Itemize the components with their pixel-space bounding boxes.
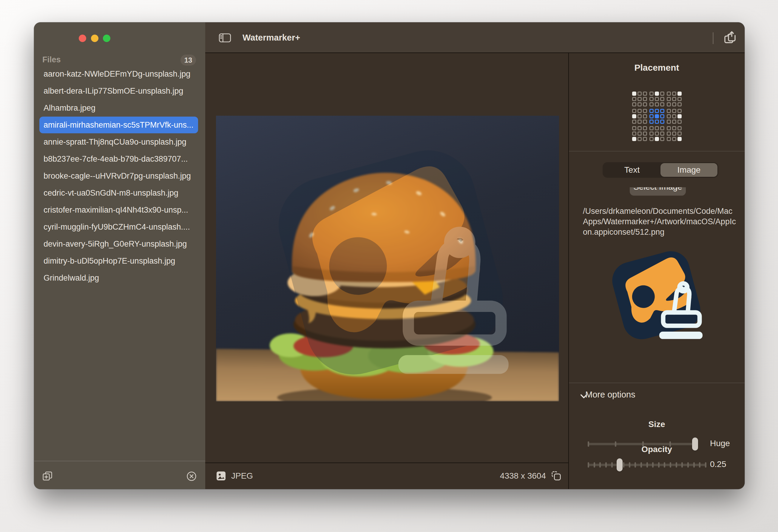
placement-cell-6-6[interactable] [667,126,671,130]
placement-cell-3-4[interactable] [655,109,659,113]
placement-cell-0-2[interactable] [643,92,647,96]
placement-cell-0-1[interactable] [637,92,642,96]
placement-cell-2-3[interactable] [649,102,653,106]
placement-cell-5-3[interactable] [649,119,653,124]
close-window-button[interactable] [79,34,86,42]
placement-cell-4-1[interactable] [637,114,642,118]
placement-cell-3-2[interactable] [643,109,647,113]
placement-cell-7-8[interactable] [678,131,682,136]
list-item[interactable]: Grindelwald.jpg [40,270,198,286]
placement-cell-7-5[interactable] [660,131,664,136]
share-export-icon[interactable] [722,30,738,46]
list-item[interactable]: albert-dera-ILip77SbmOE-unsplash.jpg [40,83,198,99]
select-image-button[interactable]: Select Image [630,187,686,196]
placement-cell-5-4[interactable] [655,119,659,124]
list-item[interactable]: cyril-mugglin-fyU9bCZHmC4-unsplash.... [40,218,198,235]
placement-cell-1-0[interactable] [632,97,636,101]
placement-cell-2-6[interactable] [667,102,671,106]
placement-cell-7-7[interactable] [672,131,676,136]
placement-cell-2-5[interactable] [660,102,664,106]
tab-text[interactable]: Text [604,163,660,177]
placement-cell-0-4[interactable] [655,92,659,96]
placement-cell-7-4[interactable] [655,131,659,136]
placement-cell-4-6[interactable] [667,114,671,118]
placement-cell-1-8[interactable] [678,97,682,101]
placement-cell-6-5[interactable] [660,126,664,130]
list-item[interactable]: devin-avery-5iRgh_G0eRY-unsplash.jpg [40,236,198,252]
placement-cell-4-8[interactable] [678,114,682,118]
placement-cell-2-1[interactable] [637,102,642,106]
placement-cell-3-8[interactable] [678,109,682,113]
placement-cell-5-0[interactable] [632,119,636,124]
placement-cell-8-1[interactable] [637,137,642,141]
placement-cell-4-2[interactable] [643,114,647,118]
placement-cell-1-6[interactable] [667,97,671,101]
placement-cell-8-2[interactable] [643,137,647,141]
placement-cell-2-2[interactable] [643,102,647,106]
placement-cell-4-3[interactable] [649,114,653,118]
placement-cell-8-0[interactable] [632,137,636,141]
placement-cell-2-4[interactable] [655,102,659,106]
placement-cell-0-7[interactable] [672,92,676,96]
placement-cell-7-3[interactable] [649,131,653,136]
placement-cell-1-1[interactable] [637,97,642,101]
placement-cell-1-5[interactable] [660,97,664,101]
placement-cell-1-4[interactable] [655,97,659,101]
placement-cell-4-4[interactable] [655,114,659,118]
list-item[interactable]: cedric-vt-ua0SnGdN-m8-unsplash.jpg [40,185,198,201]
placement-cell-5-7[interactable] [672,119,676,124]
placement-cell-6-4[interactable] [655,126,659,130]
placement-cell-8-4[interactable] [655,137,659,141]
opacity-slider-thumb[interactable] [617,458,623,471]
placement-cell-3-6[interactable] [667,109,671,113]
placement-cell-3-5[interactable] [660,109,664,113]
placement-cell-6-7[interactable] [672,126,676,130]
list-item[interactable]: brooke-cagle--uHVRvDr7pg-unsplash.jpg [40,168,198,184]
placement-cell-0-5[interactable] [660,92,664,96]
placement-cell-5-1[interactable] [637,119,642,124]
list-item[interactable]: dimitry-b-uDl5opHop7E-unsplash.jpg [40,253,198,269]
placement-cell-0-8[interactable] [678,92,682,96]
more-options-toggle[interactable]: More options [585,390,635,400]
placement-cell-8-7[interactable] [672,137,676,141]
minimize-window-button[interactable] [91,34,98,42]
placement-cell-6-0[interactable] [632,126,636,130]
list-item[interactable]: annie-spratt-Thj8nqCUa9o-unsplash.jpg [40,134,198,150]
placement-cell-3-0[interactable] [632,109,636,113]
placement-cell-5-8[interactable] [678,119,682,124]
placement-cell-7-2[interactable] [643,131,647,136]
placement-cell-8-8[interactable] [678,137,682,141]
placement-cell-1-2[interactable] [643,97,647,101]
placement-cell-4-5[interactable] [660,114,664,118]
placement-cell-2-7[interactable] [672,102,676,106]
tab-image[interactable]: Image [660,163,717,177]
add-files-icon[interactable] [42,470,53,482]
placement-cell-6-8[interactable] [678,126,682,130]
list-item[interactable]: b8b237ee-7cfe-4eab-b79b-dac389707... [40,151,198,167]
list-item[interactable]: aaron-katz-NWleDEFmYDg-unsplash.jpg [40,66,198,82]
placement-cell-1-3[interactable] [649,97,653,101]
placement-cell-5-5[interactable] [660,119,664,124]
placement-cell-0-3[interactable] [649,92,653,96]
copy-dimensions-icon[interactable] [550,470,562,482]
placement-cell-7-1[interactable] [637,131,642,136]
placement-cell-3-1[interactable] [637,109,642,113]
placement-cell-0-0[interactable] [632,92,636,96]
placement-cell-6-1[interactable] [637,126,642,130]
list-item[interactable]: cristofer-maximilian-qI4Nh4t3x90-unsp... [40,201,198,218]
zoom-window-button[interactable] [103,34,110,42]
placement-cell-8-3[interactable] [649,137,653,141]
placement-cell-4-0[interactable] [632,114,636,118]
placement-cell-8-5[interactable] [660,137,664,141]
placement-cell-7-6[interactable] [667,131,671,136]
placement-cell-3-3[interactable] [649,109,653,113]
list-item[interactable]: Alhambra.jpeg [40,100,198,116]
placement-cell-1-7[interactable] [672,97,676,101]
placement-cell-5-2[interactable] [643,119,647,124]
placement-cell-7-0[interactable] [632,131,636,136]
placement-cell-8-6[interactable] [667,137,671,141]
clear-files-icon[interactable] [186,470,197,482]
placement-cell-2-8[interactable] [678,102,682,106]
placement-cell-3-7[interactable] [672,109,676,113]
placement-cell-5-6[interactable] [667,119,671,124]
